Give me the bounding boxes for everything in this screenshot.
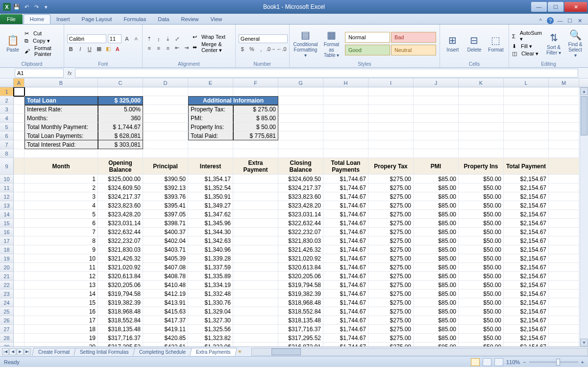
row-header[interactable]: 1 — [0, 87, 14, 96]
cell[interactable]: $ 775,681 — [233, 131, 278, 140]
cell[interactable]: Additional Informaion — [188, 96, 278, 105]
cell[interactable] — [24, 87, 98, 96]
row-header[interactable]: 3 — [0, 105, 14, 114]
cell[interactable] — [14, 114, 24, 123]
cell[interactable]: $392.13 — [143, 184, 188, 192]
cell[interactable]: $323,428.20 — [278, 201, 323, 210]
cell[interactable]: $1,340.96 — [188, 245, 233, 254]
cell[interactable] — [14, 87, 24, 96]
cell[interactable]: $85.00 — [414, 201, 459, 210]
cell[interactable]: $318,135.48 — [98, 325, 143, 334]
increase-decimal-button[interactable]: .0→ — [267, 45, 276, 53]
spreadsheet-grid[interactable]: ABCDEFGHIJKLM 12Total Loan$ 325,000Addit… — [0, 79, 588, 346]
cell[interactable]: $1,744.67 — [323, 272, 368, 281]
window-min-icon[interactable]: — — [557, 17, 564, 24]
cell[interactable] — [188, 140, 233, 149]
style-normal[interactable]: Normal — [345, 32, 390, 43]
cell[interactable] — [504, 87, 549, 96]
cell[interactable]: $415.63 — [143, 307, 188, 316]
cell[interactable]: $322,632.44 — [278, 219, 323, 228]
row-header[interactable]: 2 — [0, 96, 14, 105]
table-header[interactable]: Interest — [188, 158, 233, 175]
align-bottom-button[interactable]: ⇣ — [164, 35, 172, 43]
cell[interactable]: $275.00 — [368, 307, 414, 316]
table-header[interactable]: Extra Payment — [233, 158, 278, 175]
cell[interactable]: $275.00 — [368, 254, 414, 263]
cell[interactable] — [368, 140, 414, 149]
cell[interactable] — [278, 149, 323, 158]
cell[interactable]: $1,344.30 — [188, 228, 233, 237]
cell[interactable]: $1,744.67 — [323, 307, 368, 316]
cell[interactable]: $275.00 — [368, 219, 414, 228]
row-header[interactable]: 5 — [0, 123, 14, 131]
zoom-in-icon[interactable]: + — [581, 359, 584, 365]
cell[interactable] — [414, 140, 459, 149]
cell[interactable] — [549, 254, 579, 263]
close-button[interactable]: ✕ — [564, 2, 587, 12]
cell[interactable]: $2,154.67 — [504, 201, 549, 210]
cell[interactable]: $403.71 — [143, 245, 188, 254]
sort-filter-button[interactable]: ⇅Sort & Filter ▾ — [544, 26, 564, 61]
cell[interactable] — [549, 201, 579, 210]
row-header[interactable]: 16 — [0, 228, 14, 237]
cell[interactable] — [14, 123, 24, 131]
cell[interactable] — [233, 219, 278, 228]
cell[interactable]: $322,232.07 — [98, 237, 143, 245]
cell[interactable] — [233, 237, 278, 245]
cell[interactable] — [459, 149, 504, 158]
cell[interactable] — [504, 149, 549, 158]
decrease-indent-button[interactable]: ⇤ — [173, 44, 181, 52]
cell[interactable]: Property Tax: — [188, 105, 233, 114]
cell[interactable]: $393.76 — [143, 192, 188, 201]
cell[interactable]: $275.00 — [368, 298, 414, 307]
cell[interactable] — [323, 105, 368, 114]
font-size-select[interactable] — [108, 34, 122, 43]
cell[interactable]: $85.00 — [414, 219, 459, 228]
row-header[interactable]: 23 — [0, 289, 14, 298]
cell[interactable]: $319,794.58 — [278, 281, 323, 289]
increase-indent-button[interactable]: ⇥ — [183, 44, 191, 52]
cell[interactable] — [233, 289, 278, 298]
cell[interactable] — [233, 281, 278, 289]
italic-button[interactable]: I — [76, 45, 84, 53]
cell[interactable]: $324,217.37 — [278, 184, 323, 192]
tab-data[interactable]: Data — [152, 14, 175, 24]
cell[interactable]: $85.00 — [414, 325, 459, 334]
cell[interactable] — [98, 149, 143, 158]
cell[interactable] — [368, 87, 414, 96]
col-header-H[interactable]: H — [323, 79, 368, 87]
cell[interactable] — [233, 201, 278, 210]
cell[interactable]: $275.00 — [368, 316, 414, 325]
sheet-nav-last-icon[interactable]: ▶| — [24, 348, 31, 355]
cell[interactable] — [414, 123, 459, 131]
cell[interactable]: $1,744.67 — [323, 316, 368, 325]
cell[interactable]: $1,744.67 — [323, 201, 368, 210]
cell[interactable]: $407.08 — [143, 263, 188, 272]
sheet-tab[interactable]: Create Format — [32, 348, 76, 356]
cell[interactable]: $1,350.91 — [188, 192, 233, 201]
decrease-decimal-button[interactable]: ←.0 — [277, 45, 286, 53]
cell[interactable]: $50.00 — [459, 334, 504, 342]
row-header[interactable]: 6 — [0, 131, 14, 140]
row-header[interactable]: 18 — [0, 245, 14, 254]
cut-button[interactable]: ✂ Cut — [24, 30, 61, 37]
cell[interactable]: $2,154.67 — [504, 254, 549, 263]
cell[interactable]: $318,552.84 — [278, 307, 323, 316]
cell[interactable]: $318,968.48 — [98, 307, 143, 316]
cell[interactable] — [14, 342, 24, 346]
style-good[interactable]: Good — [345, 45, 390, 55]
cell[interactable]: $1,744.67 — [323, 325, 368, 334]
cell[interactable]: $275.00 — [368, 184, 414, 192]
cell[interactable] — [459, 96, 504, 105]
format-cells-button[interactable]: ⬚Format — [486, 26, 506, 61]
clear-button[interactable]: ◫ Clear ▾ — [512, 51, 542, 57]
cell[interactable] — [14, 334, 24, 342]
cell[interactable]: 19 — [24, 334, 98, 342]
cell[interactable]: $275.00 — [368, 289, 414, 298]
shrink-font-button[interactable]: A — [132, 35, 140, 43]
row-header[interactable]: 13 — [0, 201, 14, 210]
cell[interactable] — [549, 334, 579, 342]
cell[interactable] — [14, 105, 24, 114]
cell[interactable] — [14, 281, 24, 289]
cell[interactable]: $275.00 — [368, 192, 414, 201]
